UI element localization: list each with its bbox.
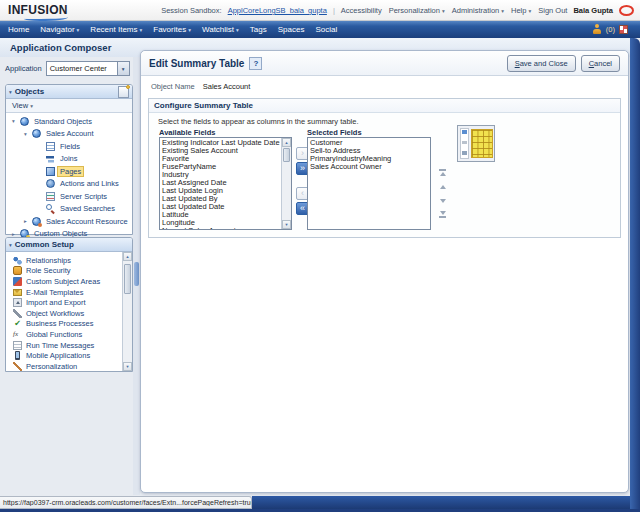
- scroll-up-button[interactable]: ▲: [282, 138, 291, 147]
- oracle-logo-icon: [619, 5, 634, 16]
- session-sandbox-link[interactable]: ApplCoreLongSB_bala_gupta: [228, 6, 327, 15]
- help-icon[interactable]: ?: [249, 57, 262, 70]
- scrollbar-thumb[interactable]: [124, 264, 131, 294]
- tree-item-pages[interactable]: Pages: [6, 165, 132, 178]
- list-item[interactable]: Sell-to Address: [308, 147, 430, 155]
- tree-item-label: Sales Account Resource: [44, 217, 130, 226]
- sidebar-item-run-time-messages[interactable]: Run Time Messages: [6, 340, 132, 351]
- application-window: INFUSION Session Sandbox: ApplCoreLongSB…: [0, 0, 640, 512]
- tree-item-standard-objects[interactable]: ▾Standard Objects: [6, 115, 132, 128]
- list-item[interactable]: Longitude: [160, 219, 281, 227]
- application-select[interactable]: Customer Center ▾: [46, 61, 130, 76]
- tree-collapse-icon[interactable]: ▾: [12, 118, 20, 124]
- preview-table-highlight: [471, 129, 493, 158]
- selected-fields-listbox[interactable]: CustomerSell-to AddressPrimaryIndustryMe…: [307, 137, 431, 230]
- scrollbar-thumb[interactable]: [283, 148, 290, 162]
- notifications-icon[interactable]: [593, 24, 602, 35]
- import-export-icon: [13, 298, 22, 307]
- collapse-icon[interactable]: ▾: [9, 242, 12, 248]
- save-and-close-button[interactable]: Save and Close: [507, 55, 576, 72]
- move-to-top-button[interactable]: [437, 167, 448, 178]
- tree-item-actions-and-links[interactable]: Actions and Links: [6, 178, 132, 191]
- page-title: Application Composer: [10, 42, 111, 53]
- available-fields-listbox[interactable]: Existing Indicator Last Update DateExist…: [159, 137, 292, 230]
- grid-icon[interactable]: [619, 25, 628, 34]
- nav-item-recent-items[interactable]: Recent Items▾: [90, 25, 142, 34]
- scroll-down-button[interactable]: ▼: [123, 362, 132, 371]
- sales-account-resource-icon: [32, 217, 41, 226]
- runtime-messages-icon: [13, 341, 22, 350]
- objects-panel-header[interactable]: ▾ Objects: [6, 85, 132, 99]
- tree-item-label: Sales Account: [44, 129, 96, 138]
- tree-item-sales-account-resource[interactable]: ▸Sales Account Resource: [6, 215, 132, 228]
- tree-item-joins[interactable]: Joins: [6, 153, 132, 166]
- tree-expand-icon[interactable]: ▸: [12, 231, 20, 237]
- list-item[interactable]: Last Update Login: [160, 187, 281, 195]
- header-link-sign-out[interactable]: Sign Out: [538, 6, 567, 15]
- application-select-row: Application Customer Center ▾: [5, 60, 133, 77]
- move-to-bottom-button[interactable]: [437, 209, 448, 220]
- global-functions-icon: [13, 330, 22, 339]
- sidebar-item-label: Mobile Applications: [26, 351, 90, 360]
- header-link-personalization[interactable]: Personalization▾: [389, 6, 445, 15]
- reorder-buttons: [437, 137, 449, 230]
- list-item[interactable]: FusePartyName: [160, 163, 281, 171]
- tree-collapse-icon[interactable]: ▾: [24, 131, 32, 137]
- list-item[interactable]: Sales Account Owner: [308, 163, 430, 171]
- list-item[interactable]: Last Updated Date: [160, 203, 281, 211]
- move-down-button[interactable]: [437, 195, 448, 206]
- view-menu-button[interactable]: View ▾: [6, 99, 132, 113]
- list-item[interactable]: Named Sales Account: [160, 227, 281, 229]
- object-name-value: Sales Account: [203, 82, 251, 91]
- chevron-down-icon[interactable]: ▾: [117, 62, 129, 75]
- nav-item-tags[interactable]: Tags: [250, 25, 267, 34]
- sidebar-item-object-workflows[interactable]: Object Workflows: [6, 308, 132, 319]
- list-item[interactable]: Latitude: [160, 211, 281, 219]
- tree-item-sales-account[interactable]: ▾Sales Account: [6, 128, 132, 141]
- scroll-up-button[interactable]: ▲: [123, 252, 132, 261]
- list-item[interactable]: Existing Sales Account: [160, 147, 281, 155]
- header-link-administration[interactable]: Administration▾: [452, 6, 504, 15]
- splitter-handle[interactable]: [134, 262, 139, 286]
- nav-item-social[interactable]: Social: [315, 25, 337, 34]
- sidebar-item-relationships[interactable]: Relationships: [6, 255, 132, 266]
- new-object-icon[interactable]: [118, 86, 129, 98]
- objects-tree: ▾Standard Objects▾Sales AccountFieldsJoi…: [6, 113, 132, 240]
- sidebar-item-role-security[interactable]: Role Security: [6, 266, 132, 277]
- chevron-down-icon: ▾: [442, 8, 445, 14]
- list-item[interactable]: Customer: [308, 139, 430, 147]
- nav-item-watchlist[interactable]: Watchlist▾: [202, 25, 239, 34]
- list-item[interactable]: Industry: [160, 171, 281, 179]
- sidebar-item-e-mail-templates[interactable]: E-Mail Templates: [6, 287, 132, 298]
- sidebar-item-business-processes[interactable]: Business Processes: [6, 319, 132, 330]
- sidebar-item-custom-subject-areas[interactable]: Custom Subject Areas: [6, 276, 132, 287]
- list-item[interactable]: Last Assigned Date: [160, 179, 281, 187]
- tree-item-fields[interactable]: Fields: [6, 140, 132, 153]
- header-link-help[interactable]: Help▾: [511, 6, 531, 15]
- tree-item-server-scripts[interactable]: Server Scripts: [6, 190, 132, 203]
- header-link-accessibility[interactable]: Accessibility: [341, 6, 382, 15]
- nav-item-home[interactable]: Home: [8, 25, 29, 34]
- list-item[interactable]: Existing Indicator Last Update Date: [160, 139, 281, 147]
- scroll-down-button[interactable]: ▼: [282, 220, 291, 229]
- collapse-icon[interactable]: ▾: [9, 89, 12, 95]
- configure-summary-table-section: Configure Summary Table Select the field…: [148, 98, 621, 238]
- sidebar-item-global-functions[interactable]: Global Functions: [6, 329, 132, 340]
- nav-item-favorites[interactable]: Favorites▾: [153, 25, 191, 34]
- list-item[interactable]: PrimaryIndustryMeaning: [308, 155, 430, 163]
- configure-section-description: Select the fields to appear as columns i…: [158, 117, 359, 126]
- tree-expand-icon[interactable]: ▸: [24, 218, 32, 224]
- list-item[interactable]: Favorite: [160, 155, 281, 163]
- tree-item-saved-searches[interactable]: Saved Searches: [6, 203, 132, 216]
- move-up-button[interactable]: [437, 181, 448, 192]
- nav-item-navigator[interactable]: Navigator▾: [40, 25, 79, 34]
- sidebar-item-personalization[interactable]: Personalization: [6, 361, 132, 372]
- actions-links-icon: [46, 179, 55, 188]
- email-templates-icon: [13, 289, 22, 296]
- nav-item-spaces[interactable]: Spaces: [278, 25, 305, 34]
- list-item[interactable]: Last Updated By: [160, 195, 281, 203]
- sidebar-item-mobile-applications[interactable]: Mobile Applications: [6, 350, 132, 361]
- sidebar-item-import-and-export[interactable]: Import and Export: [6, 297, 132, 308]
- common-setup-header[interactable]: ▾ Common Setup: [6, 238, 132, 252]
- cancel-button[interactable]: Cancel: [581, 55, 620, 72]
